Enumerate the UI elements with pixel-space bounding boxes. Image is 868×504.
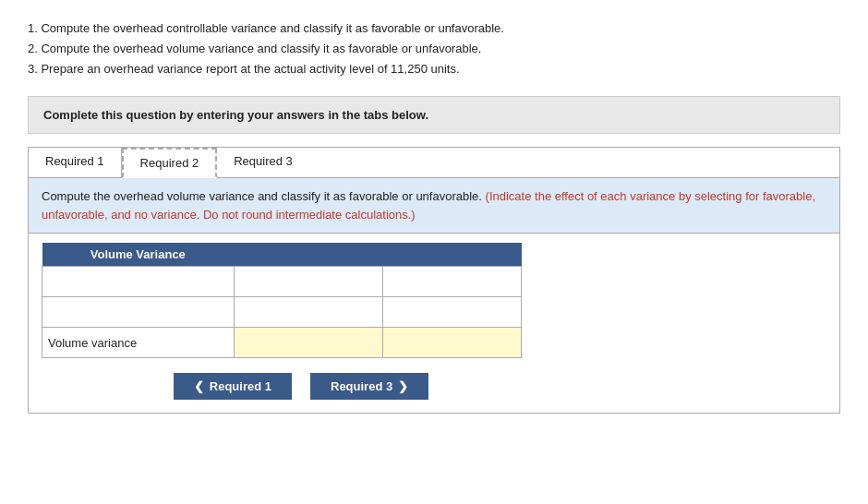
complete-box-text: Complete this question by entering your …	[43, 108, 428, 122]
table-section: Volume Variance	[29, 234, 839, 413]
instruction-1: 1. Compute the overhead controllable var…	[28, 18, 840, 39]
table-col-type	[383, 243, 522, 267]
nav-buttons: ❮ Required 1 Required 3 ❯	[54, 373, 535, 400]
table-row	[42, 267, 522, 297]
row1-type-cell[interactable]	[383, 267, 522, 297]
next-button-label: Required 3	[331, 379, 392, 393]
row1-label-cell	[42, 267, 235, 297]
volume-variance-type-input[interactable]	[389, 331, 515, 354]
table-row	[42, 297, 522, 328]
row2-label-cell	[42, 297, 235, 328]
row1-value-cell[interactable]	[234, 267, 382, 297]
instruction-2: 2. Compute the overhead volume variance …	[28, 39, 840, 59]
row2-value-input[interactable]	[240, 301, 377, 323]
table-col-value	[234, 243, 382, 267]
complete-box: Complete this question by entering your …	[28, 96, 840, 134]
instruction-3: 3. Prepare an overhead variance report a…	[28, 59, 840, 79]
next-chevron-icon: ❯	[398, 379, 408, 393]
tab-required-1[interactable]: Required 1	[29, 148, 122, 177]
table-row-volume-variance: Volume variance	[42, 328, 522, 358]
row1-type-input[interactable]	[389, 270, 515, 293]
table-header: Volume Variance	[42, 243, 235, 267]
tab-description-text: Compute the overhead volume variance and…	[42, 189, 482, 203]
prev-button[interactable]: ❮ Required 1	[174, 373, 292, 400]
row2-type-input[interactable]	[389, 301, 515, 323]
volume-variance-value-cell[interactable]	[234, 328, 382, 358]
tab-required-3[interactable]: Required 3	[217, 148, 309, 177]
prev-button-label: Required 1	[210, 379, 271, 393]
instructions: 1. Compute the overhead controllable var…	[28, 18, 840, 79]
tabs-container: Required 1 Required 2 Required 3 Compute…	[28, 147, 840, 414]
row2-type-cell[interactable]	[383, 297, 522, 328]
row1-value-input[interactable]	[240, 270, 377, 293]
tab-content-description: Compute the overhead volume variance and…	[29, 178, 839, 234]
tabs-row: Required 1 Required 2 Required 3	[29, 148, 839, 178]
volume-variance-type-cell[interactable]	[383, 328, 522, 358]
volume-variance-value-input[interactable]	[240, 331, 377, 354]
next-button[interactable]: Required 3 ❯	[310, 373, 428, 400]
volume-variance-label: Volume variance	[42, 328, 235, 358]
tab-required-2[interactable]: Required 2	[122, 148, 218, 178]
row2-value-cell[interactable]	[234, 297, 382, 328]
prev-chevron-icon: ❮	[194, 379, 204, 393]
variance-table: Volume Variance	[42, 243, 522, 358]
